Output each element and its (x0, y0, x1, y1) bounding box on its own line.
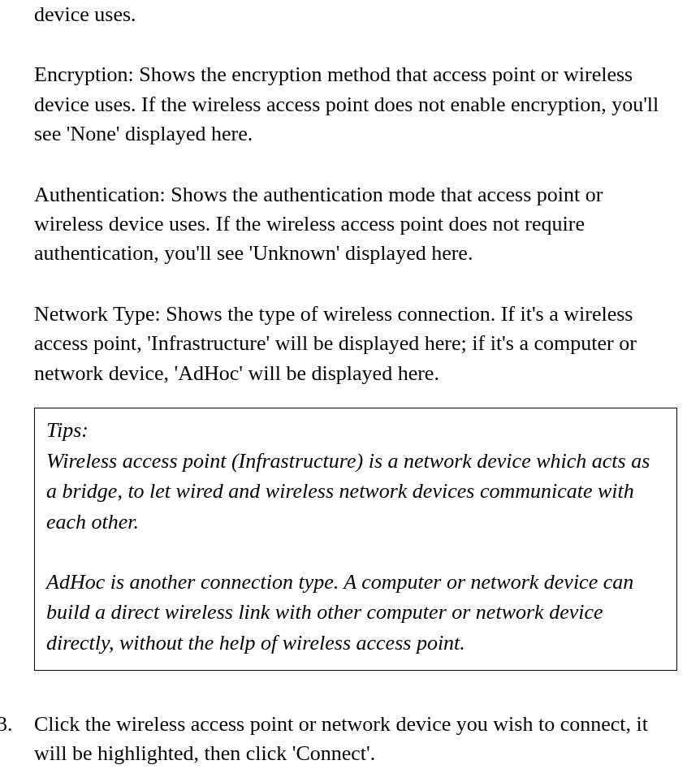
paragraph-device-uses: device uses. (34, 0, 677, 29)
tips-heading: Tips: (46, 418, 89, 442)
step-number: 3. (0, 710, 34, 769)
paragraph-encryption: Encryption: Shows the encryption method … (34, 60, 677, 149)
numbered-step-3: 3. Click the wireless access point or ne… (34, 710, 677, 769)
tips-body-2: AdHoc is another connection type. A comp… (46, 570, 633, 655)
tips-paragraph-1: Tips: Wireless access point (Infrastruct… (46, 415, 665, 538)
step-text: Click the wireless access point or netwo… (34, 710, 677, 769)
tips-box: Tips: Wireless access point (Infrastruct… (34, 408, 677, 671)
tips-paragraph-2: AdHoc is another connection type. A comp… (46, 567, 665, 659)
paragraph-network-type: Network Type: Shows the type of wireless… (34, 300, 677, 388)
indented-paragraphs: device uses. Encryption: Shows the encry… (34, 0, 677, 671)
paragraph-authentication: Authentication: Shows the authentication… (34, 180, 677, 269)
tips-body-1: Wireless access point (Infrastructure) i… (46, 449, 650, 534)
document-content: device uses. Encryption: Shows the encry… (34, 0, 677, 769)
